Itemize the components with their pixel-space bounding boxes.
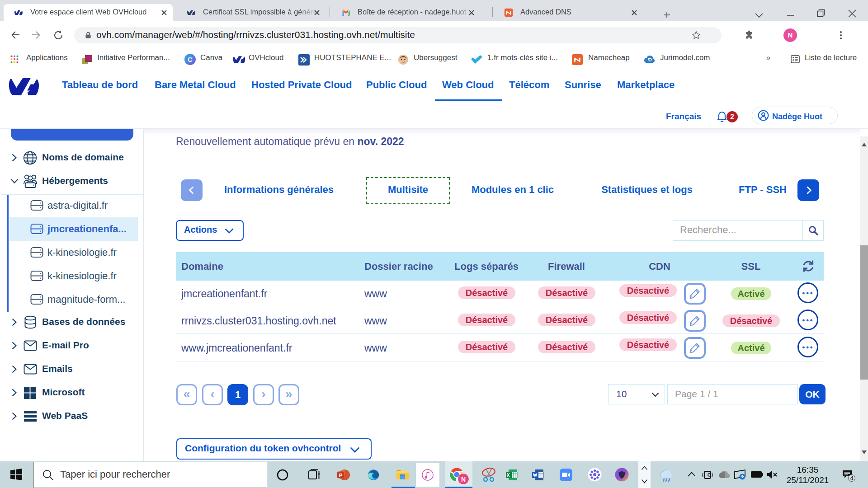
svg-text:P: P — [339, 473, 343, 478]
svg-text:C: C — [188, 56, 193, 63]
svg-text:4: 4 — [850, 475, 853, 482]
